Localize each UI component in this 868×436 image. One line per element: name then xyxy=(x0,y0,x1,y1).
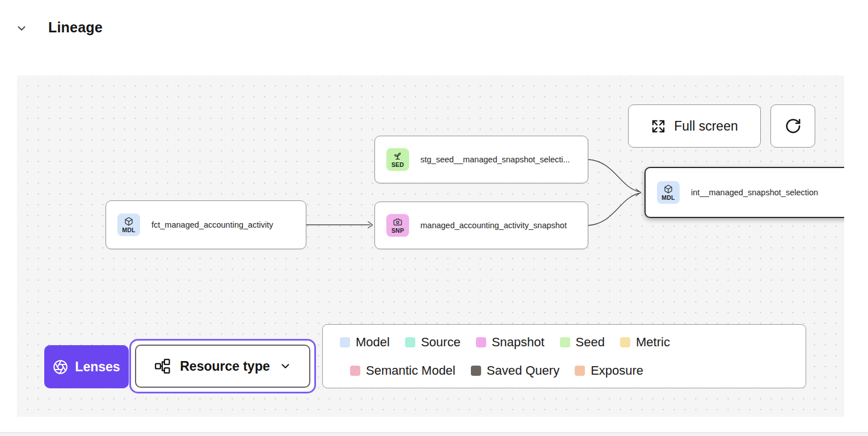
camera-icon xyxy=(393,217,402,227)
cube-icon xyxy=(124,217,133,226)
lineage-panel: Lineage SED stg_seed__managed_snapshot_s… xyxy=(0,0,868,436)
node-managed-accounting-activity-snapshot[interactable]: SNP managed_accounting_activity_snapshot xyxy=(374,202,588,249)
resource-type-focus-ring: Resource type xyxy=(129,339,316,393)
aperture-icon xyxy=(53,359,68,375)
lenses-label: Lenses xyxy=(75,359,120,375)
model-badge: MDL xyxy=(117,213,140,236)
legend-item-snapshot: Snapshot xyxy=(476,335,545,350)
badge-label: MDL xyxy=(122,227,135,233)
resource-type-dropdown[interactable]: Resource type xyxy=(135,345,310,388)
legend-swatch-snapshot xyxy=(476,337,486,347)
node-label: int__managed_snapshot_selection xyxy=(691,188,818,197)
chevron-down-icon xyxy=(279,360,292,372)
hierarchy-icon xyxy=(154,358,171,375)
node-int-managed-snapshot-selection[interactable]: MDL int__managed_snapshot_selection xyxy=(644,167,844,218)
legend-item-metric: Metric xyxy=(620,335,670,350)
resource-type-label: Resource type xyxy=(180,359,270,374)
cube-icon xyxy=(664,185,673,194)
legend-row-1: Model Source Snapshot Seed Metric xyxy=(340,335,806,350)
node-label: fct_managed_accounting_activity xyxy=(151,220,273,229)
legend-swatch-saved-query xyxy=(471,366,481,376)
seed-badge: SED xyxy=(386,148,409,171)
legend-label: Semantic Model xyxy=(366,363,456,378)
node-stg-seed-managed-snapshot-selection[interactable]: SED stg_seed__managed_snapshot_selecti..… xyxy=(374,136,588,183)
legend-item-semantic-model: Semantic Model xyxy=(350,363,456,378)
legend: Model Source Snapshot Seed Metric xyxy=(322,324,806,388)
node-fct-managed-accounting-activity[interactable]: MDL fct_managed_accounting_activity xyxy=(106,200,306,249)
legend-label: Model xyxy=(356,335,390,350)
legend-label: Source xyxy=(421,335,461,350)
badge-label: SED xyxy=(391,161,404,168)
model-badge: MDL xyxy=(657,181,680,204)
legend-item-source: Source xyxy=(405,335,461,350)
legend-label: Metric xyxy=(636,335,670,350)
node-label: managed_accounting_activity_snapshot xyxy=(420,221,567,230)
page-title: Lineage xyxy=(48,19,103,36)
legend-label: Saved Query xyxy=(487,363,559,378)
lineage-canvas[interactable]: SED stg_seed__managed_snapshot_selecti..… xyxy=(17,76,844,417)
legend-swatch-seed xyxy=(560,337,570,347)
legend-swatch-metric xyxy=(620,337,630,347)
node-label: stg_seed__managed_snapshot_selecti... xyxy=(420,155,570,164)
legend-swatch-source xyxy=(405,337,415,347)
full-screen-button[interactable]: Full screen xyxy=(628,104,761,148)
next-section-edge xyxy=(0,433,868,436)
legend-label: Exposure xyxy=(591,363,643,378)
legend-swatch-semantic-model xyxy=(350,366,360,376)
legend-swatch-model xyxy=(340,337,350,347)
full-screen-label: Full screen xyxy=(674,119,738,134)
badge-label: SNP xyxy=(391,227,404,234)
lenses-button[interactable]: Lenses xyxy=(44,345,129,388)
legend-row-2: Semantic Model Saved Query Exposure xyxy=(350,363,806,378)
refresh-button[interactable] xyxy=(770,104,815,148)
badge-label: MDL xyxy=(661,194,675,201)
legend-label: Snapshot xyxy=(492,335,545,350)
legend-label: Seed xyxy=(576,335,605,350)
legend-item-seed: Seed xyxy=(560,335,605,350)
expand-icon xyxy=(651,119,666,134)
collapse-chevron-icon[interactable] xyxy=(15,22,28,35)
legend-item-saved-query: Saved Query xyxy=(471,363,559,378)
snapshot-badge: SNP xyxy=(386,214,409,237)
refresh-icon xyxy=(785,118,802,135)
legend-item-exposure: Exposure xyxy=(575,363,643,378)
sprout-icon xyxy=(393,152,402,161)
legend-item-model: Model xyxy=(340,335,390,350)
legend-swatch-exposure xyxy=(575,366,585,376)
